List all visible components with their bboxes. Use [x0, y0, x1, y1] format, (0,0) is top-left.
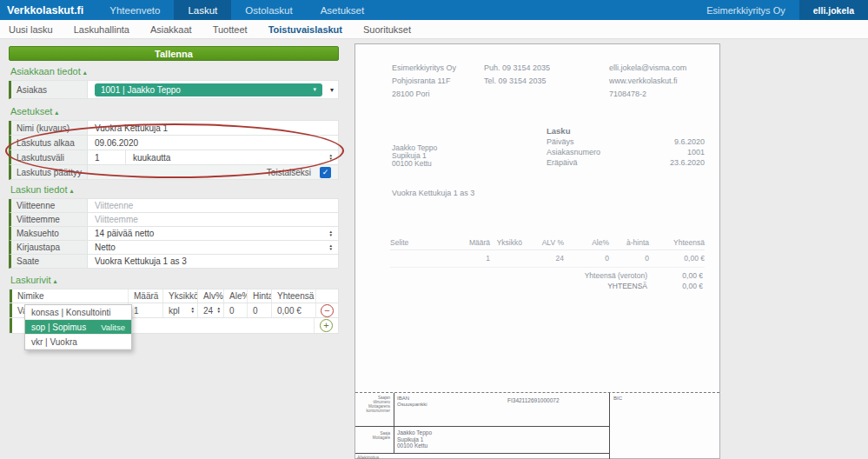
- giro-payer-block: Jaakko Teppo Supikuja 1 00100 Kettu: [397, 429, 432, 449]
- preview-company-street: Pohjoisranta 11F: [392, 75, 456, 88]
- tab-ostolaskut[interactable]: Ostolaskut: [231, 0, 306, 20]
- giro-bic-label: BIC: [613, 396, 622, 402]
- laskutusvali-label: Laskutusväli: [11, 150, 88, 164]
- subnav-uusi-lasku[interactable]: Uusi lasku: [9, 24, 53, 35]
- laskutusvali-input[interactable]: 1: [88, 150, 126, 164]
- section-invoice-info[interactable]: Laskun tiedot▴: [10, 184, 339, 196]
- preview-business-id: 7108478-2: [609, 88, 686, 101]
- valitse-action[interactable]: Valitse: [101, 323, 125, 332]
- lines-header-row: Nimike Määrä Yksikkö Alv% Ale% Hinta Yht…: [9, 289, 339, 303]
- minus-icon: −: [324, 306, 329, 316]
- col-ale: Ale%: [223, 289, 247, 303]
- preview-erapaiva-row: Eräpäivä 23.6.2020: [547, 158, 705, 167]
- preview-contact-block: elli.jokela@visma.com www.verkkolaskut.f…: [609, 62, 686, 101]
- preview-asiakasnumero-row: Asiakasnumero 1001: [547, 148, 705, 156]
- yksikko-select[interactable]: kpl ▲▼: [162, 303, 197, 317]
- laskutus-alkaa-row: Laskutus alkaa 09.06.2020: [9, 136, 339, 150]
- preview-recipient-block: Jaakko Teppo Supikuja 1 00100 Kettu: [392, 144, 437, 168]
- tab-laskut[interactable]: Laskut: [174, 0, 231, 20]
- preview-web: www.verkkolaskut.fi: [609, 75, 686, 88]
- dropdown-option-vuokra[interactable]: vkr | Vuokra: [25, 335, 131, 349]
- remove-line-button[interactable]: −: [321, 304, 334, 317]
- stepper-icon: ▲▼: [191, 307, 195, 314]
- alv-select[interactable]: 24 ▲▼: [197, 303, 223, 317]
- dropdown-option-sopimus[interactable]: sop | Sopimus Valitse: [25, 320, 131, 335]
- bank-giro-section: Saajan tilinumero Mottagarens kontonumme…: [355, 392, 719, 459]
- asiakas-label: Asiakas: [11, 81, 88, 98]
- customer-select[interactable]: 1001 | Jaakko Teppo ▾: [95, 83, 322, 96]
- stepper-icon: ▲▼: [329, 154, 333, 161]
- viitteenne-input[interactable]: Viitteenne: [88, 199, 338, 212]
- customer-row: Asiakas 1001 | Jaakko Teppo ▾ ▾: [9, 81, 339, 99]
- preview-phone-block: Puh. 09 3154 2035 Tel. 09 3154 2035: [484, 62, 550, 88]
- preview-totals: Yhteensä (veroton) 0,00 € YHTEENSÄ 0,00 …: [585, 270, 703, 291]
- app-logo[interactable]: Verkkolaskut.fi: [0, 0, 96, 20]
- caret-down-icon: ▾: [313, 86, 316, 93]
- giro-iban-field: IBAN Osuuspankki: [397, 396, 427, 408]
- col-yhteensa: Yhteensä: [271, 289, 315, 303]
- saate-row: Saate Vuokra Kettukuja 1 as 3: [9, 255, 339, 269]
- viitteemme-input[interactable]: Viitteemme: [88, 213, 338, 226]
- user-menu[interactable]: elli.jokela: [799, 0, 868, 20]
- col-nimike: Nimike: [10, 289, 128, 303]
- col-maara: Määrä: [128, 289, 162, 303]
- maksuehto-label: Maksuehto: [11, 227, 88, 240]
- preview-doc-title: Lasku: [547, 126, 570, 136]
- invoice-info-block: Viitteenne Viitteenne Viitteemme Viittee…: [9, 198, 339, 269]
- ale-input[interactable]: 0: [223, 303, 247, 317]
- col-yksikko: Yksikkö: [162, 289, 197, 303]
- section-customer[interactable]: Asiakkaan tiedot▴: [10, 66, 339, 77]
- dropdown-option-konsultointi[interactable]: konsas | Konsultointi: [25, 305, 131, 320]
- sub-navbar: Uusi lasku Laskuhallinta Asiakkaat Tuott…: [0, 20, 868, 39]
- maara-input[interactable]: 1: [128, 303, 162, 317]
- collapse-icon: ▴: [53, 277, 56, 285]
- section-lines[interactable]: Laskurivit▴: [10, 275, 339, 286]
- giro-account-label: Saajan tilinumero Mottagarens kontonumme…: [355, 396, 390, 413]
- hinta-input[interactable]: 0: [247, 303, 271, 317]
- kirjaustapa-select[interactable]: Netto ▲▼: [88, 241, 338, 254]
- laskutus-alkaa-input[interactable]: 09.06.2020: [88, 136, 338, 150]
- subnav-tuotteet[interactable]: Tuotteet: [213, 24, 248, 35]
- product-dropdown: konsas | Konsultointi sop | Sopimus Vali…: [24, 304, 132, 350]
- saate-input[interactable]: Vuokra Kettukuja 1 as 3: [88, 255, 338, 268]
- viitteemme-row: Viitteemme Viitteemme: [9, 213, 339, 227]
- subnav-asiakkaat[interactable]: Asiakkaat: [150, 24, 192, 35]
- giro-divider: [394, 393, 394, 453]
- preview-line-table: Selite Määrä Yksikkö ALV % Ale% à-hinta …: [390, 238, 705, 268]
- save-button[interactable]: Tallenna: [9, 46, 339, 61]
- company-name-label: Esimerkkiyritys Oy: [706, 0, 785, 20]
- giro-divider: [355, 426, 609, 427]
- preview-email: elli.jokela@visma.com: [609, 62, 686, 75]
- giro-divider: [355, 453, 609, 454]
- laskutus-alkaa-label: Laskutus alkaa: [11, 136, 88, 150]
- stepper-icon: ▲▼: [329, 244, 333, 251]
- giro-divider: [609, 393, 610, 459]
- tab-asetukset[interactable]: Asetukset: [307, 0, 379, 20]
- maksuehto-select[interactable]: 14 päivää netto ▲▼: [88, 227, 338, 240]
- laskutusvali-unit-select[interactable]: kuukautta ▲▼: [126, 150, 338, 164]
- preview-paivays-row: Päiväys 9.6.2020: [547, 137, 705, 146]
- stepper-icon: ▲▼: [329, 230, 333, 237]
- customer-select-caret[interactable]: ▾: [326, 86, 338, 94]
- customer-block: Asiakas 1001 | Jaakko Teppo ▾ ▾: [9, 80, 339, 99]
- subnav-laskuhallinta[interactable]: Laskuhallinta: [74, 24, 129, 35]
- laskutusvali-row: Laskutusväli 1 kuukautta ▲▼: [9, 150, 339, 165]
- laskutus-paattyy-label: Laskutus päättyy: [11, 165, 88, 179]
- preview-company-city: 28100 Pori: [392, 88, 456, 101]
- collapse-icon: ▴: [70, 187, 73, 195]
- invoice-preview: Esimerkkiyritys Oy Pohjoisranta 11F 2810…: [354, 43, 720, 459]
- yhteensa-value: 0,00 €: [271, 303, 315, 317]
- kirjaustapa-row: Kirjaustapa Netto ▲▼: [9, 241, 339, 255]
- recurring-invoice-form: Tallenna Asiakkaan tiedot▴ Asiakas 1001 …: [9, 46, 339, 334]
- toistaiseksi-checkbox[interactable]: ✓: [320, 167, 331, 178]
- subnav-toistuvaislaskut[interactable]: Toistuvaislaskut: [268, 24, 342, 35]
- kirjaustapa-label: Kirjaustapa: [11, 241, 88, 254]
- laskutus-paattyy-row: Laskutus päättyy Toistaiseksi ✓: [9, 165, 339, 180]
- add-line-button[interactable]: +: [320, 319, 333, 332]
- subnav-suoritukset[interactable]: Suoritukset: [363, 24, 411, 35]
- nimi-input[interactable]: Vuokra Kettukuja 1: [88, 121, 338, 135]
- tab-yhteenveto[interactable]: Yhteenveto: [96, 0, 174, 20]
- section-settings[interactable]: Asetukset▴: [10, 106, 339, 117]
- col-alv: Alv%: [197, 289, 223, 303]
- check-icon: ✓: [322, 168, 329, 176]
